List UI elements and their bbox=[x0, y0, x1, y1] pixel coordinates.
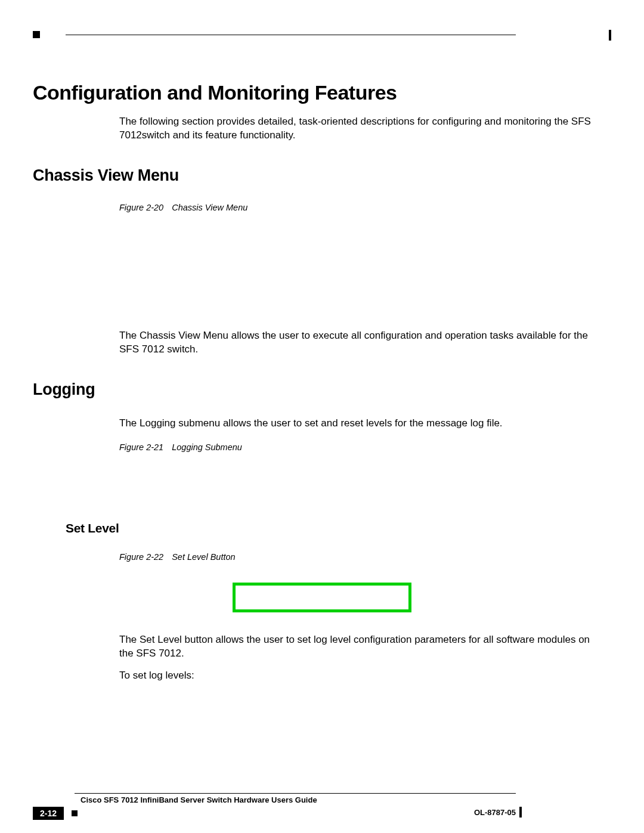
figure-2-22-caption: Figure 2-22 Set Level Button bbox=[119, 552, 611, 562]
figure-number: Figure 2-21 bbox=[119, 442, 163, 452]
set-level-description-paragraph: The Set Level button allows the user to … bbox=[119, 633, 605, 661]
figure-title: Set Level Button bbox=[172, 552, 235, 562]
section-heading-chassis-view: Chassis View Menu bbox=[33, 166, 611, 185]
figure-2-21-placeholder bbox=[33, 456, 611, 503]
figure-number: Figure 2-20 bbox=[119, 203, 163, 212]
footer-bar-right-icon bbox=[519, 807, 522, 817]
intro-paragraph: The following section provides detailed,… bbox=[119, 115, 605, 143]
section-heading-config-monitoring: Configuration and Monitoring Features bbox=[33, 81, 611, 104]
header-line bbox=[66, 35, 516, 35]
section-heading-logging: Logging bbox=[33, 380, 611, 399]
chassis-description-paragraph: The Chassis View Menu allows the user to… bbox=[119, 329, 605, 357]
page-footer: Cisco SFS 7012 InfiniBand Server Switch … bbox=[33, 793, 611, 822]
footer-rule bbox=[75, 793, 516, 794]
figure-title: Logging Submenu bbox=[172, 442, 242, 452]
footer-square-icon bbox=[72, 810, 78, 816]
figure-title: Chassis View Menu bbox=[172, 203, 247, 212]
footer-document-title: Cisco SFS 7012 InfiniBand Server Switch … bbox=[80, 795, 611, 804]
figure-2-20-caption: Figure 2-20 Chassis View Menu bbox=[119, 203, 611, 212]
footer-document-id: OL-8787-05 bbox=[474, 808, 516, 817]
header-bar-right-icon bbox=[609, 30, 611, 41]
set-level-lead-paragraph: To set log levels: bbox=[119, 669, 605, 683]
header-square-icon bbox=[33, 31, 40, 38]
figure-2-20-placeholder bbox=[33, 216, 611, 329]
section-heading-set-level: Set Level bbox=[66, 521, 611, 535]
footer-page-number: 2-12 bbox=[33, 807, 64, 820]
header-rule bbox=[33, 30, 611, 41]
figure-number: Figure 2-22 bbox=[119, 552, 163, 562]
set-level-button-highlight-box bbox=[233, 583, 411, 612]
logging-description-paragraph: The Logging submenu allows the user to s… bbox=[119, 417, 605, 431]
figure-2-21-caption: Figure 2-21 Logging Submenu bbox=[119, 442, 611, 452]
